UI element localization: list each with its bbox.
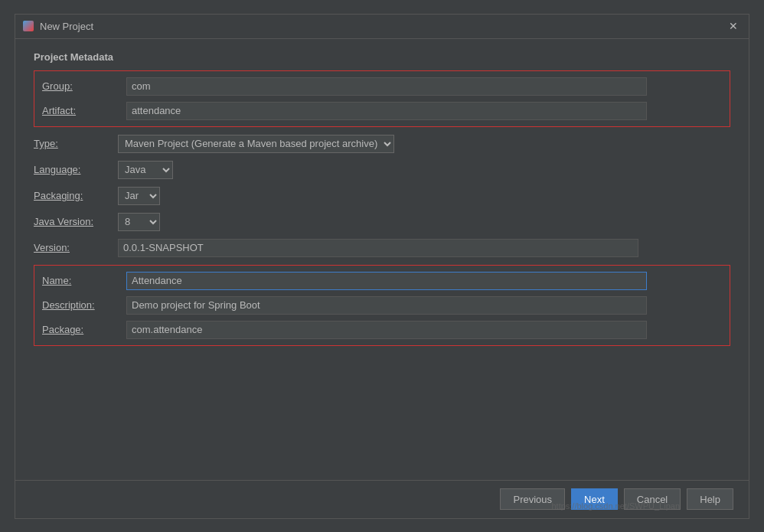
language-row: Language: Java Kotlin Groovy: [34, 161, 730, 179]
packaging-label: Packaging:: [34, 190, 118, 201]
version-label: Version:: [34, 242, 118, 253]
name-label-text: Name:: [42, 275, 71, 286]
title-bar-left: New Project: [23, 21, 93, 32]
description-row: Description:: [42, 296, 722, 315]
artifact-label: Artifact:: [42, 105, 126, 116]
package-label-text: Package:: [42, 324, 83, 335]
type-row: Type: Maven Project (Generate a Maven ba…: [34, 135, 730, 153]
type-label: Type:: [34, 138, 118, 149]
group-label: Group:: [42, 80, 126, 92]
version-row: Version:: [34, 239, 730, 257]
artifact-row: Artifact:: [42, 102, 722, 120]
package-input[interactable]: [126, 321, 647, 339]
description-label-text: Description:: [42, 299, 95, 311]
new-project-dialog: New Project ✕ Project Metadata Group: Ar…: [15, 14, 749, 519]
java-version-label-text: Java Version:: [34, 216, 93, 227]
type-select[interactable]: Maven Project (Generate a Maven based pr…: [118, 135, 394, 153]
java-version-row: Java Version: 8 11 17 21: [34, 213, 730, 231]
group-label-text: Group:: [42, 80, 73, 92]
group-row: Group:: [42, 77, 722, 96]
dialog-body: Project Metadata Group: Artifact: Type:: [15, 39, 749, 480]
metadata-section-title: Project Metadata: [34, 51, 730, 63]
name-description-section: Name: Description: Package:: [34, 265, 730, 346]
artifact-label-text: Artifact:: [42, 105, 76, 116]
close-button[interactable]: ✕: [726, 18, 741, 34]
group-artifact-section: Group: Artifact:: [34, 70, 730, 127]
name-label: Name:: [42, 275, 126, 286]
app-icon: [23, 21, 34, 31]
artifact-input[interactable]: [126, 102, 647, 120]
description-label: Description:: [42, 299, 126, 311]
packaging-label-text: Packaging:: [34, 190, 83, 201]
java-version-label: Java Version:: [34, 216, 118, 227]
package-label: Package:: [42, 324, 126, 335]
version-label-text: Version:: [34, 242, 70, 253]
language-label-text: Language:: [34, 164, 80, 175]
packaging-select[interactable]: Jar War: [118, 187, 160, 205]
dialog-footer: Previous Next Cancel Help: [15, 480, 749, 518]
description-input[interactable]: [126, 296, 647, 315]
type-label-text: Type:: [34, 138, 58, 149]
help-button[interactable]: Help: [687, 488, 733, 510]
java-version-select[interactable]: 8 11 17 21: [118, 213, 160, 231]
language-label: Language:: [34, 164, 118, 175]
title-bar: New Project ✕: [15, 15, 749, 39]
name-row: Name:: [42, 272, 722, 290]
version-input[interactable]: [118, 239, 638, 257]
watermark: https://blog.csdn.net/SWPU_Lipan: [551, 501, 680, 511]
packaging-row: Packaging: Jar War: [34, 187, 730, 205]
package-row: Package:: [42, 321, 722, 339]
window-title: New Project: [40, 21, 93, 32]
group-input[interactable]: [126, 77, 647, 96]
language-select[interactable]: Java Kotlin Groovy: [118, 161, 173, 179]
name-input[interactable]: [126, 272, 647, 290]
